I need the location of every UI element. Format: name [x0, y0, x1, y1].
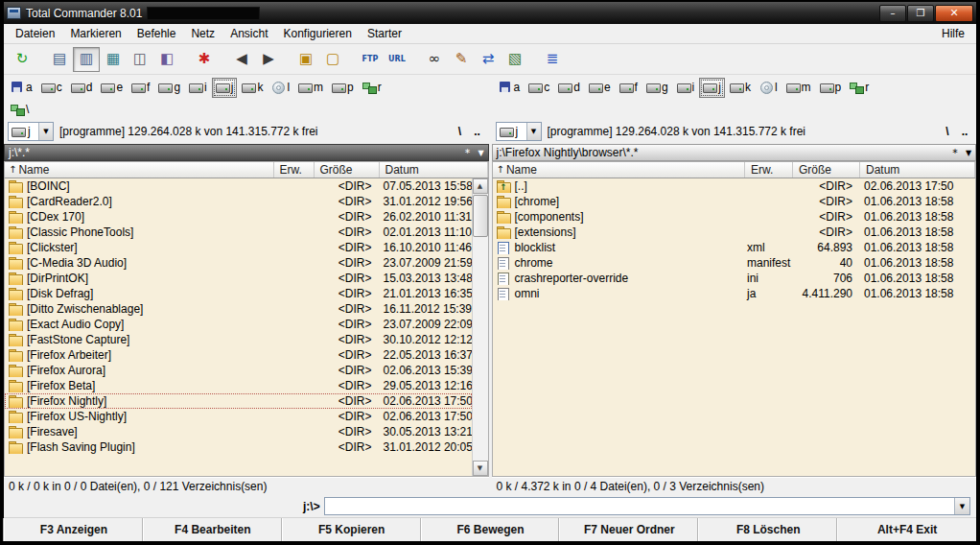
f4-edit-button[interactable]: F4 Bearbeiten — [143, 518, 282, 541]
drive-k-button[interactable]: k — [726, 78, 755, 98]
right-drive-combo[interactable]: j ▼ — [496, 122, 542, 141]
omni[interactable]: omni ja 4.411.290 01.06.2013 18:58 — [493, 286, 976, 301]
column-header[interactable]: ↑ Name — [493, 162, 746, 178]
drive-i-button[interactable]: i — [185, 78, 211, 98]
column-header[interactable]: Datum — [380, 162, 488, 178]
left-root-dir-button[interactable]: \ — [453, 123, 468, 140]
notepad-button[interactable]: ≣ — [539, 47, 566, 72]
pack-button[interactable]: ▣ — [292, 47, 319, 72]
drive-e-button[interactable]: e — [585, 78, 615, 98]
favorites-button[interactable]: ✱ — [191, 47, 218, 72]
unpack-button[interactable]: ▢ — [319, 47, 346, 72]
drive-j-button[interactable]: j — [699, 78, 725, 98]
left-scrollbar[interactable]: ▲ ▼ — [472, 178, 488, 476]
compare-dirs-button[interactable]: ⇄ — [475, 47, 502, 72]
menu-hilfe[interactable]: Hilfe — [934, 25, 972, 42]
forward-button[interactable]: ▶ — [255, 47, 282, 72]
ftp-url-button[interactable]: URL — [384, 47, 410, 72]
[Flash Saving Plugin][interactable]: [Flash Saving Plugin] <DIR> 31.01.2012 2… — [5, 439, 472, 455]
alt-f4-exit-button[interactable]: Alt+F4 Exit — [837, 518, 976, 541]
drive-l-button[interactable]: l — [268, 78, 293, 98]
column-header[interactable]: Größe — [793, 162, 860, 178]
thumbnails-view-button[interactable]: ▦ — [100, 47, 127, 72]
menu-markieren[interactable]: Markieren — [62, 25, 128, 42]
drive-l-button[interactable]: l — [756, 78, 782, 98]
[Firesave][interactable]: [Firesave] <DIR> 30.05.2013 13:21 — [5, 424, 472, 439]
[Classic PhoneTools][interactable]: [Classic PhoneTools] <DIR> 02.01.2013 11… — [5, 225, 472, 240]
drive-r-button[interactable]: r — [359, 78, 385, 98]
[extensions][interactable]: [extensions] <DIR> 01.06.2013 18:58 — [493, 225, 976, 240]
drive-f-button[interactable]: f — [616, 78, 642, 98]
drive-d-button[interactable]: d — [67, 78, 97, 98]
column-header[interactable]: Größe — [315, 162, 380, 178]
drive-c-button[interactable]: c — [37, 78, 66, 98]
left-parent-dir-button[interactable]: .. — [470, 123, 485, 140]
[FastStone Capture][interactable]: [FastStone Capture] <DIR> 30.10.2012 12:… — [5, 332, 472, 347]
column-header[interactable]: Datum — [860, 162, 975, 178]
left-history-dropdown-button[interactable]: ▼ — [475, 145, 488, 160]
f5-copy-button[interactable]: F5 Kopieren — [282, 518, 421, 541]
back-button[interactable]: ◀ — [228, 47, 255, 72]
crashreporter-override[interactable]: crashreporter-override ini 706 01.06.201… — [493, 271, 976, 286]
ftp-connect-button[interactable]: FTP — [357, 47, 384, 72]
left-favorites-star-button[interactable]: * — [461, 145, 475, 160]
maximize-button[interactable]: ❐ — [907, 5, 934, 22]
sync-dirs-button[interactable]: ▧ — [502, 47, 528, 72]
[Clickster][interactable]: [Clickster] <DIR> 16.10.2010 11:46 — [5, 240, 472, 255]
chrome[interactable]: chrome manifest 40 01.06.2013 18:58 — [493, 255, 976, 271]
refresh-button[interactable]: ↻ — [9, 47, 35, 72]
[Firefox US-Nightly][interactable]: [Firefox US-Nightly] <DIR> 02.06.2013 17… — [5, 409, 472, 424]
[BOINC][interactable]: [BOINC] <DIR> 07.05.2013 15:58 — [5, 178, 472, 194]
command-input[interactable] — [325, 498, 954, 514]
drive-r-button[interactable]: r — [846, 78, 873, 98]
menu-starter[interactable]: Starter — [360, 25, 409, 42]
[..][interactable]: [..] <DIR> 02.06.2013 17:50 — [493, 178, 976, 194]
[DirPrintOK][interactable]: [DirPrintOK] <DIR> 15.03.2013 13:48 — [5, 271, 472, 286]
scroll-up-button[interactable]: ▲ — [473, 178, 488, 194]
command-history-dropdown-icon[interactable]: ▼ — [954, 498, 969, 514]
drive-a-button[interactable]: a — [495, 78, 525, 98]
drive-g-button[interactable]: g — [154, 78, 184, 98]
menu-dateien[interactable]: Dateien — [8, 25, 62, 42]
drive-k-button[interactable]: k — [238, 78, 267, 98]
drive-m-button[interactable]: m — [294, 78, 327, 98]
menu-ansicht[interactable]: Ansicht — [222, 25, 275, 42]
menu-befehle[interactable]: Befehle — [129, 25, 184, 42]
[Firefox Arbeiter][interactable]: [Firefox Arbeiter] <DIR> 22.05.2013 16:3… — [5, 347, 472, 363]
left-current-path[interactable]: j:\*.* * ▼ — [4, 144, 489, 161]
drive-m-button[interactable]: m — [782, 78, 815, 98]
quick-view-button[interactable]: ◫ — [127, 47, 153, 72]
[Firefox Aurora][interactable]: [Firefox Aurora] <DIR> 02.06.2013 15:39 — [5, 363, 472, 378]
menu-netz[interactable]: Netz — [183, 25, 222, 42]
drive-d-button[interactable]: d — [554, 78, 584, 98]
menu-konfigurieren[interactable]: Konfigurieren — [275, 25, 359, 42]
drive-i-button[interactable]: i — [673, 78, 699, 98]
drive-c-button[interactable]: c — [525, 78, 553, 98]
f3-view-button[interactable]: F3 Anzeigen — [4, 518, 143, 541]
column-header[interactable]: Erw. — [745, 162, 793, 178]
right-parent-dir-button[interactable]: .. — [957, 123, 972, 140]
right-root-dir-button[interactable]: \ — [940, 123, 955, 140]
column-header[interactable]: Erw. — [274, 162, 315, 178]
close-button[interactable]: ✕ — [935, 5, 973, 22]
f8-delete-button[interactable]: F8 Löschen — [698, 518, 837, 541]
scroll-track[interactable] — [473, 194, 488, 461]
scroll-thumb[interactable] — [473, 195, 488, 237]
column-header[interactable]: ↑ Name — [5, 162, 274, 178]
multi-rename-button[interactable]: ✎ — [448, 47, 475, 72]
drive-p-button[interactable]: p — [328, 78, 358, 98]
drive-e-button[interactable]: e — [97, 78, 127, 98]
right-favorites-star-button[interactable]: * — [948, 145, 962, 160]
[Ditto Zwischenablage][interactable]: [Ditto Zwischenablage] <DIR> 16.11.2012 … — [5, 301, 472, 317]
drive-j-button[interactable]: j — [212, 78, 238, 98]
drive-g-button[interactable]: g — [642, 78, 672, 98]
[CDex 170][interactable]: [CDex 170] <DIR> 26.02.2010 11:31 — [5, 209, 472, 225]
[components][interactable]: [components] <DIR> 01.06.2013 18:58 — [493, 209, 976, 225]
[Firefox Nightly][interactable]: [Firefox Nightly] <DIR> 02.06.2013 17:50 — [5, 393, 472, 409]
tree-view-button[interactable]: ◧ — [153, 47, 180, 72]
minimize-button[interactable]: – — [879, 5, 906, 22]
drive-a-button[interactable]: a — [7, 78, 36, 98]
search-files-button[interactable]: ∞ — [421, 47, 448, 72]
f7-new-folder-button[interactable]: F7 Neuer Ordner — [559, 518, 698, 541]
scroll-down-button[interactable]: ▼ — [473, 461, 488, 476]
